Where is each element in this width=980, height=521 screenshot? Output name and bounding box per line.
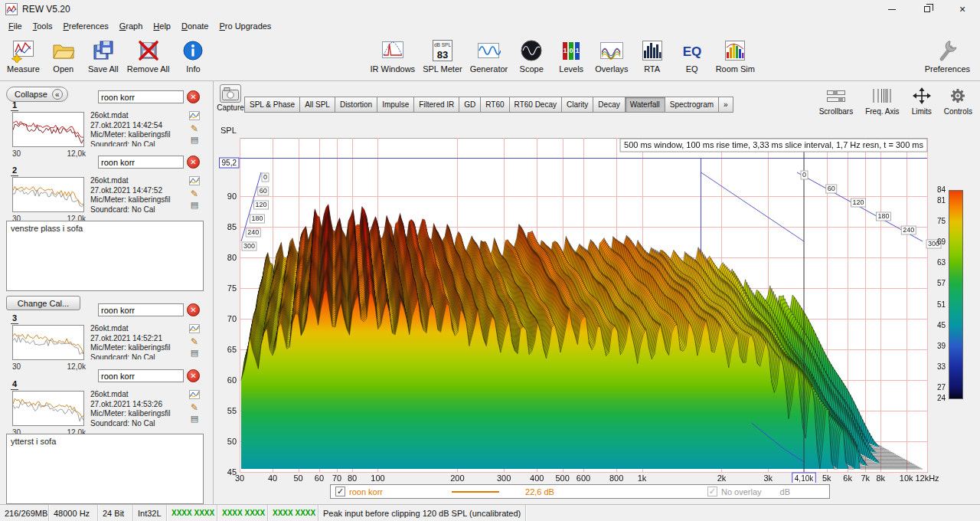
- measurement-name-input[interactable]: [98, 369, 184, 382]
- edit-pencil-icon[interactable]: ✎: [191, 337, 198, 346]
- limits-label: Limits: [912, 107, 932, 116]
- status-memory: 216/269MB: [0, 505, 49, 521]
- measurement-thumbnail[interactable]: [12, 177, 84, 212]
- tab-waterfall[interactable]: Waterfall: [625, 97, 665, 113]
- tab-decay[interactable]: Decay: [593, 97, 625, 113]
- tab-clarity[interactable]: Clarity: [561, 97, 593, 113]
- trace-name: roon korr: [349, 487, 383, 496]
- notes-page-icon[interactable]: ▤: [191, 415, 198, 423]
- measurement-card-2[interactable]: ✕ 2 26okt.mdat 27.okt.2021 14:47:52 Mic/…: [6, 156, 204, 226]
- notes-page-icon[interactable]: ▤: [191, 136, 198, 144]
- controls-button[interactable]: Controls: [944, 87, 972, 116]
- measurement-card-3[interactable]: ✕ 3 26okt.mdat 27.okt.2021 14:52:21 Mic/…: [6, 303, 204, 374]
- tab-rt60[interactable]: RT60: [480, 97, 509, 113]
- remove-all-label: Remove All: [127, 64, 170, 74]
- scrollbars-label: Scrollbars: [819, 107, 853, 116]
- measurement-number: 1: [11, 100, 18, 111]
- notes-page-icon[interactable]: ▤: [191, 201, 198, 209]
- freq-axis-label: Freq. Axis: [865, 107, 899, 116]
- close-button[interactable]: ×: [945, 0, 980, 18]
- tab-distortion[interactable]: Distortion: [335, 97, 377, 113]
- tab-impulse[interactable]: Impulse: [377, 97, 414, 113]
- status-bit-depth: 24 Bit: [98, 505, 133, 521]
- status-channel-blocks-1: XXXX XXXX: [167, 505, 217, 521]
- tab-spl-phase[interactable]: SPL & Phase: [244, 97, 300, 113]
- svg-text:dB SPL: dB SPL: [434, 42, 451, 48]
- tab-all-spl[interactable]: All SPL: [299, 97, 335, 113]
- remove-measurement-icon[interactable]: ✕: [187, 303, 200, 316]
- measurement-card-1[interactable]: ✕ 1 26okt.mdat 27.okt.2021 14:42:54 Mic/…: [6, 90, 204, 161]
- menu-help[interactable]: Help: [148, 20, 176, 32]
- preferences-button[interactable]: Preferences: [921, 36, 974, 74]
- graph-toolbuttons: Scrollbars Freq. Axis Limits Controls: [819, 87, 972, 116]
- info-button[interactable]: Info: [173, 36, 213, 74]
- rta-button[interactable]: RTA: [632, 36, 672, 74]
- levels-label: Levels: [559, 64, 583, 74]
- eq-button[interactable]: EQ EQ: [672, 36, 712, 74]
- freq-axis-button[interactable]: Freq. Axis: [865, 87, 899, 116]
- measurement-thumbnail[interactable]: [12, 391, 84, 426]
- tab-gd[interactable]: GD: [459, 97, 481, 113]
- remove-measurement-icon[interactable]: ✕: [187, 156, 200, 169]
- menu-pro-upgrades[interactable]: Pro Upgrades: [214, 20, 276, 32]
- measurement-note-4[interactable]: ytterst i sofa: [6, 434, 204, 504]
- maximize-button[interactable]: [910, 0, 945, 18]
- menu-graph[interactable]: Graph: [114, 20, 149, 32]
- spl-meter-label: SPL Meter: [423, 64, 462, 74]
- measurement-mic: Mic/Meter: kaliberingsfil: [90, 130, 185, 140]
- overlays-label: Overlays: [595, 64, 628, 74]
- ir-windows-button[interactable]: IR Windows: [366, 36, 419, 74]
- open-button[interactable]: Open: [44, 36, 83, 74]
- generator-button[interactable]: Generator: [466, 36, 512, 74]
- remove-measurement-icon[interactable]: ✕: [187, 369, 200, 382]
- tab-rt60-decay[interactable]: RT60 Decay: [509, 97, 562, 113]
- measurement-number: 4: [11, 379, 18, 390]
- measurement-card-4[interactable]: ✕ 4 26okt.mdat 27.okt.2021 14:53:26 Mic/…: [6, 369, 204, 440]
- trace-checkbox[interactable]: ✓: [335, 487, 345, 496]
- levels-button[interactable]: 101 Levels: [551, 36, 591, 74]
- tab-overflow-button[interactable]: »: [718, 97, 733, 113]
- edit-pencil-icon[interactable]: ✎: [191, 189, 198, 198]
- menu-preferences[interactable]: Preferences: [57, 20, 113, 32]
- measurement-datetime: 27.okt.2021 14:52:21: [90, 334, 185, 344]
- measure-label: Measure: [7, 64, 40, 74]
- remove-measurement-icon[interactable]: ✕: [187, 90, 200, 103]
- capture-label: Capture: [217, 103, 244, 112]
- tab-spectrogram[interactable]: Spectrogram: [665, 97, 719, 113]
- notes-page-icon[interactable]: ▤: [191, 349, 198, 357]
- limits-button[interactable]: Limits: [912, 87, 932, 116]
- remove-all-button[interactable]: Remove All: [123, 36, 174, 74]
- measurement-name-input[interactable]: [98, 156, 184, 169]
- room-sim-label: Room Sim: [716, 64, 755, 74]
- measure-button[interactable]: Measure: [3, 36, 44, 74]
- measurement-note-2[interactable]: venstre plass i sofa: [6, 221, 204, 291]
- spl-meter-button[interactable]: dB SPL83 SPL Meter: [419, 36, 466, 74]
- capture-button[interactable]: Capture: [217, 84, 244, 112]
- measurement-name-input[interactable]: [98, 90, 184, 103]
- controls-label: Controls: [944, 107, 972, 116]
- scope-button[interactable]: Scope: [511, 36, 551, 74]
- room-sim-button[interactable]: Room Sim: [712, 36, 759, 74]
- scrollbars-button[interactable]: Scrollbars: [819, 87, 853, 116]
- edit-pencil-icon[interactable]: ✎: [191, 124, 198, 133]
- graph-panel: Capture SPL & Phase All SPL Distortion I…: [213, 81, 980, 504]
- measurement-datetime: 27.okt.2021 14:47:52: [90, 186, 185, 196]
- overlays-button[interactable]: Overlays: [591, 36, 632, 74]
- trace-settings-icon[interactable]: [189, 176, 200, 187]
- edit-pencil-icon[interactable]: ✎: [191, 403, 198, 412]
- trace-settings-icon[interactable]: [189, 390, 200, 401]
- measurement-thumbnail[interactable]: [12, 112, 84, 147]
- minimize-button[interactable]: [874, 0, 910, 18]
- menu-donate[interactable]: Donate: [176, 20, 214, 32]
- measurement-thumbnail[interactable]: [12, 325, 84, 360]
- menu-tools[interactable]: Tools: [28, 20, 58, 32]
- save-all-button[interactable]: Save All: [83, 36, 123, 74]
- waterfall-plot[interactable]: [217, 123, 980, 483]
- tab-filtered-ir[interactable]: Filtered IR: [413, 97, 459, 113]
- measurement-mic: Mic/Meter: kaliberingsfil: [90, 343, 185, 353]
- trace-settings-icon[interactable]: [189, 111, 200, 122]
- menu-file[interactable]: File: [3, 20, 28, 32]
- overlay-checkbox[interactable]: ✓: [707, 487, 717, 496]
- trace-settings-icon[interactable]: [189, 324, 200, 335]
- measurement-name-input[interactable]: [98, 303, 184, 316]
